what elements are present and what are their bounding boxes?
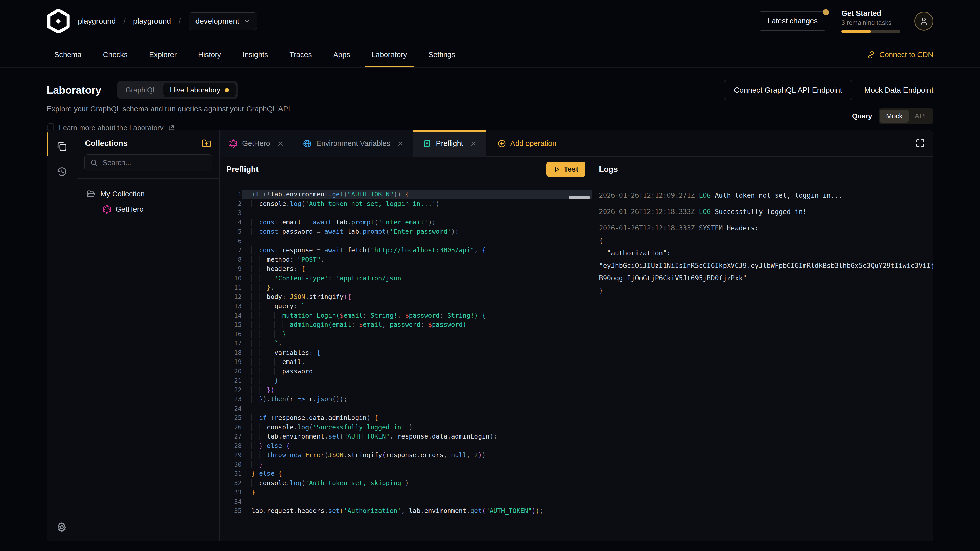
mode-option-label: Hive Laboratory [170,86,221,94]
close-tab-icon[interactable] [277,140,284,147]
operation-item-gethero[interactable]: GetHero [77,202,220,217]
get-started-widget[interactable]: Get Started 3 remaining tasks [842,9,900,33]
nav-tab-explorer[interactable]: Explorer [149,42,177,67]
divider [109,84,110,96]
user-avatar[interactable] [915,12,933,30]
breadcrumb-separator: / [179,17,181,25]
nav-tab-checks[interactable]: Checks [103,42,127,67]
nav-tab-history[interactable]: History [198,42,221,67]
line-number: 29 [220,451,242,460]
log-line: "authorization": [599,247,933,259]
collections-rail-button[interactable] [56,140,68,152]
tab-preflight[interactable]: Preflight [414,130,486,157]
code-line: 15 adminLogin(email: $email, password: $… [220,320,592,330]
settings-rail-button[interactable] [56,521,68,534]
log-line: "eyJhbGciOiJIUzI1NiIsInR5cCI6IkpXVCJ9.ey… [599,259,933,272]
history-rail-button[interactable] [56,165,68,178]
code-text: 'Content-Type': 'application/json' [242,274,592,283]
new-collection-button[interactable] [201,138,212,149]
search-icon [90,159,99,167]
line-number: 6 [220,237,242,246]
code-line: 5 const password = await lab.prompt('Ent… [220,227,592,237]
log-line: { [599,234,933,247]
line-number: 30 [220,460,242,469]
nav-tab-schema[interactable]: Schema [54,42,81,67]
logs-output[interactable]: 2026-01-26T12:12:09.271Z LOG Auth token … [592,182,933,541]
log-line: 2026-01-26T12:12:09.271Z LOG Auth token … [599,189,933,202]
line-number: 8 [220,255,242,265]
close-tab-icon[interactable] [470,140,477,147]
code-line: 22 }) [220,386,592,395]
code-text [242,497,592,507]
gear-icon [56,521,68,533]
code-line: 6 [220,237,592,246]
page-title: Laboratory [47,84,101,96]
log-line: B90oqg_IjOmGtjP6CkiV5Jt695jBD0fjzPxk" [599,272,933,284]
code-line: 3 [220,208,592,218]
code-line: 29 throw new Error(JSON.stringify(respon… [220,451,592,460]
code-text: `, [242,339,592,348]
connect-to-cdn-link[interactable]: Connect to CDN [867,51,933,59]
left-icon-rail [47,130,77,541]
mock-data-endpoint-button[interactable]: Mock Data Endpoint [864,86,933,94]
connect-to-cdn-label: Connect to CDN [880,51,933,59]
breadcrumb-project[interactable]: playground [133,17,171,25]
collections-search[interactable] [84,154,212,171]
nav-tab-settings[interactable]: Settings [428,42,455,67]
add-operation-button[interactable]: Add operation [487,130,567,157]
line-number: 5 [220,227,242,237]
search-input[interactable] [103,159,207,167]
nav-tab-insights[interactable]: Insights [242,42,268,67]
tabs: GetHeroEnvironment VariablesPreflight [220,130,487,157]
latest-changes-button[interactable]: Latest changes [758,11,827,30]
code-line: 34 [220,497,592,507]
code-text: const email = await lab.prompt('Enter em… [242,218,592,227]
tab-label: Environment Variables [317,139,390,148]
line-number: 28 [220,441,242,451]
connect-graphql-api-endpoint-button[interactable]: Connect GraphQL API Endpoint [724,80,852,100]
get-started-subtitle: 3 remaining tasks [842,19,900,27]
mode-option-graphiql[interactable]: GraphiQL [119,83,163,97]
mode-option-hive-laboratory[interactable]: Hive Laboratory [163,83,236,97]
breadcrumb-org[interactable]: playground [78,17,116,25]
query-target-mock[interactable]: Mock [880,110,909,123]
collections-sidebar: Collections My Collection [77,130,220,541]
collections-title: Collections [85,139,127,148]
notification-dot [823,9,829,15]
code-text: console.log('Auth token set, skipping') [242,478,592,488]
tab-environment-variables[interactable]: Environment Variables [293,130,414,157]
fullscreen-icon [915,138,926,149]
collection-folder-my-collection[interactable]: My Collection [77,186,220,202]
scrollbar-thumb[interactable] [569,196,590,199]
nav-tab-laboratory[interactable]: Laboratory [372,42,407,67]
code-text [242,404,592,413]
collections-icon [56,140,68,152]
query-target-api[interactable]: API [908,110,932,123]
tab-gethero[interactable]: GetHero [220,130,293,157]
test-button[interactable]: Test [546,162,585,177]
nav-tab-apps[interactable]: Apps [333,42,350,67]
chevron-down-icon [244,18,250,24]
code-editor[interactable]: 1if (!lab.environment.get("AUTH_TOKEN"))… [220,182,592,541]
fullscreen-button[interactable] [915,138,926,149]
line-number: 32 [220,478,242,488]
add-operation-label: Add operation [511,139,557,148]
get-started-title: Get Started [842,9,900,17]
breadcrumb: playground / playground / development [47,10,257,33]
nav-tab-traces[interactable]: Traces [290,42,312,67]
query-target-toggle: Mock API [879,108,933,124]
yellow-dot-icon [224,88,229,92]
code-line: 19 email, [220,357,592,367]
line-number: 17 [220,339,242,348]
code-text: const response = await fetch("http://loc… [242,246,592,255]
target-selector[interactable]: development [189,13,258,30]
hive-logo-icon[interactable] [47,10,70,33]
code-text: if (!lab.environment.get("AUTH_TOKEN")) … [242,190,592,199]
close-tab-icon[interactable] [397,140,404,147]
code-text: } else { [242,469,592,478]
code-line: 7 const response = await fetch("http://l… [220,246,592,255]
code-text: lab.request.headers.set('Authorization',… [242,507,592,516]
logs-title: Logs [599,165,618,174]
code-text: }) [242,386,592,395]
page-subtitle: Explore your GraphQL schema and run quer… [47,105,980,113]
